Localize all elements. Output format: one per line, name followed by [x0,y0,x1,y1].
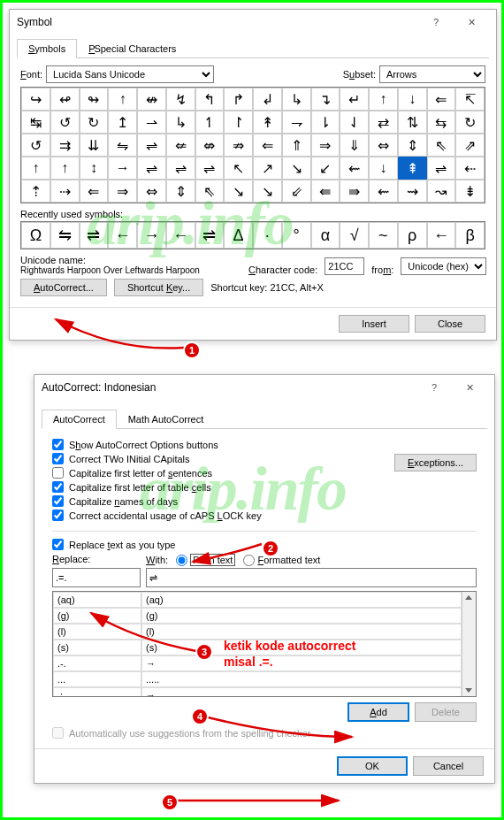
recent-symbol[interactable]: ° [282,222,311,249]
symbol-grid[interactable]: ↪↫↬↑↮↯↰↱↲↳↴↵↑↓⇐↸↹↺↻↥⇀↳↿↾↟⇁⇂⇃⇄⇅⇆↻↺⇉⇊⇋⇌⇍⇎⇏… [20,87,485,203]
symbol-cell[interactable]: ⇞ [398,157,427,180]
symbol-cell[interactable]: ⇢ [50,180,80,203]
symbol-cell[interactable]: ↫ [50,88,80,111]
recent-symbol[interactable]: α [311,222,340,249]
symbol-cell[interactable]: ⇝ [398,180,427,203]
symbol-cell[interactable]: ↳ [166,111,195,134]
recent-grid[interactable]: Ω⇋⇌←→←⇌Δ·°α√~ρ←β [20,221,485,249]
symbol-cell[interactable]: ⇚ [311,180,340,203]
symbol-cell[interactable]: ⇛ [340,180,369,203]
symbol-cell[interactable]: ⇀ [137,111,166,134]
charcode-input[interactable] [325,257,364,275]
symbol-cell[interactable]: ⇌ [137,134,166,157]
symbol-cell[interactable]: ⇙ [282,180,311,203]
tab-math[interactable]: Math AutoCorrect [117,410,216,429]
ac-with-cell[interactable]: (g) [141,608,462,624]
tab-symbols[interactable]: Symbols [17,39,77,58]
symbol-cell[interactable]: ⇊ [80,134,109,157]
symbol-cell[interactable]: ⇜ [340,157,369,180]
symbol-cell[interactable]: ⇒ [108,180,137,203]
chk-caps[interactable] [52,510,64,521]
symbol-cell[interactable]: ⇕ [166,180,195,203]
symbol-cell[interactable]: ⇃ [340,111,369,134]
exceptions-button[interactable]: Exceptions... [394,454,477,471]
chk-two[interactable] [52,453,64,464]
recent-symbol[interactable]: ρ [398,222,427,249]
symbol-cell[interactable]: ⇍ [166,134,195,157]
symbol-cell[interactable]: ↯ [166,88,195,111]
ac-with-cell[interactable]: → [141,687,462,697]
symbol-cell[interactable]: ↙ [311,157,340,180]
symbol-cell[interactable]: ⇔ [369,134,398,157]
symbol-cell[interactable]: ↲ [253,88,282,111]
radio-formatted[interactable] [243,555,255,566]
close-button[interactable]: Close [415,315,485,333]
symbol-cell[interactable]: ⇖ [427,134,456,157]
symbol-cell[interactable]: ↹ [21,111,50,134]
help-icon[interactable]: ? [418,10,454,34]
symbol-cell[interactable]: ⇐ [253,134,282,157]
symbol-cell[interactable]: ↱ [224,88,253,111]
recent-symbol[interactable]: ← [108,222,137,249]
insert-button[interactable]: Insert [339,315,409,333]
subset-select[interactable]: Arrows [379,65,485,83]
symbol-cell[interactable]: ⇐ [80,180,109,203]
symbol-cell[interactable]: ↟ [253,111,282,134]
close-icon[interactable]: ✕ [454,10,489,34]
symbol-cell[interactable]: ↖ [224,157,253,180]
symbol-cell[interactable]: ↑ [369,88,398,111]
symbol-cell[interactable]: ⇠ [455,157,485,180]
ac-replace-cell[interactable]: (g) [53,608,141,624]
symbol-cell[interactable]: ⇉ [50,134,80,157]
symbol-cell[interactable]: ⇌ [427,157,456,180]
ac-replace-cell[interactable]: .-. [53,655,141,671]
symbol-cell[interactable]: ↺ [50,111,80,134]
symbol-cell[interactable]: ↴ [311,88,340,111]
symbol-cell[interactable]: ↬ [80,88,109,111]
symbol-cell[interactable]: ↺ [21,134,50,157]
symbol-cell[interactable]: ↿ [195,111,225,134]
symbol-cell[interactable]: ⇐ [427,88,456,111]
symbol-cell[interactable]: ⇡ [21,180,50,203]
chk-show[interactable] [52,439,64,450]
ac-replace-cell[interactable]: (s) [53,640,141,655]
symbol-cell[interactable]: → [108,157,137,180]
symbol-cell[interactable]: ↵ [340,88,369,111]
recent-symbol[interactable]: ⇌ [80,222,109,249]
symbol-cell[interactable]: ⇕ [398,134,427,157]
symbol-cell[interactable]: ↘ [224,180,253,203]
symbol-cell[interactable]: ↻ [455,111,485,134]
symbol-cell[interactable]: ↝ [427,180,456,203]
recent-symbol[interactable]: ⇋ [50,222,80,249]
symbol-cell[interactable]: ↓ [369,157,398,180]
symbol-cell[interactable]: ↘ [282,157,311,180]
replace-input[interactable] [52,568,141,587]
tab-special[interactable]: P Special Characters [77,39,187,58]
recent-symbol[interactable]: ⇌ [195,222,225,249]
symbol-cell[interactable]: ⇓ [340,134,369,157]
symbol-cell[interactable]: ↰ [195,88,225,111]
symbol-cell[interactable]: ⇅ [398,111,427,134]
cancel-button[interactable]: Cancel [413,756,484,776]
add-button[interactable]: Add [347,702,409,722]
symbol-cell[interactable]: ⇂ [311,111,340,134]
close-icon[interactable]: ✕ [452,375,487,400]
symbol-cell[interactable]: ⇗ [455,134,485,157]
recent-symbol[interactable]: β [455,222,485,249]
symbol-cell[interactable]: ⇖ [195,180,225,203]
symbol-cell[interactable]: ⇄ [369,111,398,134]
from-select[interactable]: Unicode (hex) [401,257,486,275]
symbol-cell[interactable]: ↗ [253,157,282,180]
ac-replace-cell[interactable]: (l) [53,624,141,640]
recent-symbol[interactable]: Δ [224,222,253,249]
symbol-cell[interactable]: ⇌ [195,157,225,180]
chk-table[interactable] [52,481,64,493]
ac-replace-cell[interactable]: ... [53,671,141,687]
symbol-cell[interactable]: ⇋ [108,134,137,157]
radio-plain[interactable] [176,555,187,566]
recent-symbol[interactable]: → [137,222,166,249]
symbol-cell[interactable]: ↑ [50,157,80,180]
symbol-cell[interactable]: ↳ [282,88,311,111]
recent-symbol[interactable]: Ω [21,222,50,249]
help-icon[interactable]: ? [416,375,452,400]
